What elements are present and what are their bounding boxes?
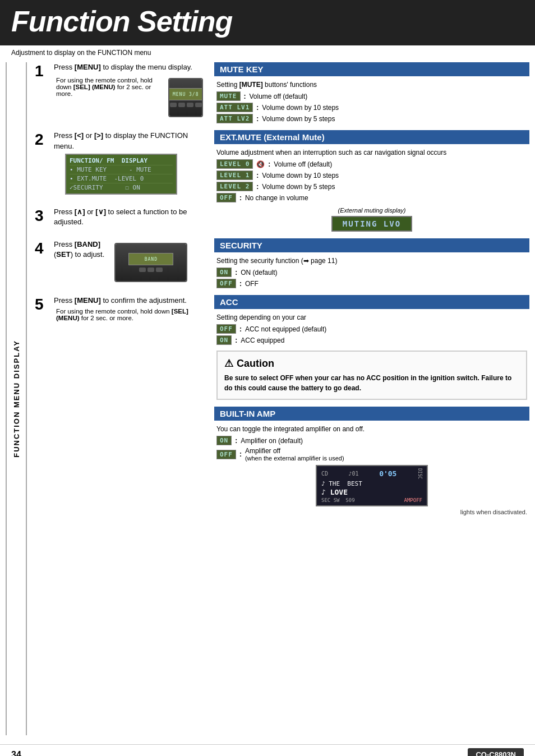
security-badge-off: OFF [216,279,236,288]
cd-row4: SEC SW S09 AMPOFF [321,497,422,503]
sidebar-label: FUNCTION Menu Display [6,62,27,735]
lcd-row-1: • MUTE KEY - MUTE [70,165,173,174]
ext-mute-display-label: (External muting display) [216,207,527,214]
lcd-row-header: FUNCTION/ FM DISPLAY [70,156,173,165]
main-layout: FUNCTION Menu Display 1 Press [MENU] to … [0,62,535,735]
mute-badge-mute: MUTE [216,91,241,101]
mute-desc-att-lv1: Volume down by 10 steps [262,104,339,112]
step-3: 3 Press [∧] or [∨] to select a function … [35,207,203,229]
section-header-mute-key: MUTE KEY [214,62,529,76]
cd-row2: ♪ THE BEST [321,480,422,487]
step-2-text: Press [<] or [>] to display the FUNCTION… [54,131,203,151]
steps-section: 1 Press [MENU] to display the menu displ… [29,62,209,735]
acc-option-off: OFF : ACC not equipped (default) [216,324,527,334]
security-desc-off: OFF [245,280,259,288]
ext-mute-option-level2: LEVEL 2 : Volume down by 5 steps [216,182,527,191]
mute-badge-att-lv1: ATT LV1 [216,103,253,112]
ext-mute-badge-level2: LEVEL 2 [216,182,253,191]
amp-desc-off: Amplifier off [245,447,344,455]
page-title: Function Setting [11,6,524,38]
step-2-content: Press [<] or [>] to display the FUNCTION… [54,131,203,196]
ext-mute-desc-level0: Volume off (default) [274,160,332,168]
page-header: Function Setting [0,0,535,45]
mute-option-att-lv1: ATT LV1 : Volume down by 10 steps [216,103,527,112]
step-4-content: Press [BAND](SET) to adjust. BAND [54,239,203,285]
lcd-row-2: • EXT.MUTE -LEVEL 0 [70,174,173,183]
device-buttons-4 [139,268,163,272]
cd-ampoff: AMPOFF [404,497,422,503]
page-number: 34 [11,750,21,756]
device-buttons-1 [170,103,202,107]
lights-note: lights when disactivated. [216,509,527,515]
acc-badge-off: OFF [216,324,236,334]
model-badge: CQ-C8803N [468,748,524,756]
acc-badge-on: ON [216,335,232,345]
section-header-acc: ACC [214,295,529,309]
cd-row1: CD ♪01 0'05 DISC [321,468,422,479]
step-1-note: For using the remote control, hold down … [56,77,153,97]
mute-badge-att-lv2: ATT LV2 [216,114,253,123]
step-5: 5 Press [MENU] to confirm the adjustment… [35,296,203,321]
ext-mute-option-level1: LEVEL 1 : Volume down by 10 steps [216,170,527,180]
subtitle: Adjustment to display on the FUNCTION me… [11,49,535,57]
mute-desc-mute: Volume off (default) [250,93,308,100]
ext-mute-screen: MUTING LVO [331,216,412,232]
cd-row3: ♪ LOVE [321,488,422,496]
amp-desc-off-note: (when the external amplifier is used) [245,455,344,462]
section-header-builtin-amp: BUILT-IN AMP [214,407,529,421]
caution-title: ⚠ Caution [224,357,519,370]
section-body-security: Setting the security function (➡ page 11… [214,257,529,288]
step-2-number: 2 [35,132,50,147]
amp-desc-on: Amplifier on (default) [241,437,303,445]
device-screen-4: BAND [128,253,173,265]
cd-sec: SEC SW S09 [321,497,355,503]
ext-mute-option-off: OFF : No change in volume [216,193,527,202]
step-5-content: Press [MENU] to confirm the adjustment. … [54,296,203,321]
builtin-amp-intro: You can toggle the integrated amplifier … [216,425,527,433]
ext-mute-badge-level1: LEVEL 1 [216,170,253,180]
ext-mute-option-level0: LEVEL 0 🔇 : Volume off (default) [216,159,527,169]
acc-option-on: ON : ACC equipped [216,335,527,345]
mute-option-mute: MUTE : Volume off (default) [216,91,527,101]
mute-key-intro: Setting [MUTE] buttons' functions [216,81,527,89]
caution-body: Be sure to select OFF when your car has … [224,373,519,393]
security-desc-on: ON (default) [241,269,277,276]
caution-icon: ⚠ [224,357,233,370]
amp-option-on: ON : Amplifier on (default) [216,436,527,445]
step-4-device-image: BAND [114,243,187,282]
page-footer: 34 CQ-C8803N [0,744,535,756]
ext-mute-desc-level1: Volume down by 10 steps [262,172,339,179]
step-4: 4 Press [BAND](SET) to adjust. BAND [35,239,203,285]
acc-intro: Setting depending on your car [216,314,527,321]
step-3-text: Press [∧] or [∨] to select a function to… [54,207,203,227]
step-1-number: 1 [35,63,50,79]
cd-disc: DISC [417,468,422,479]
acc-desc-off: ACC not equipped (default) [245,325,326,333]
ext-mute-desc-level2: Volume down by 5 steps [262,183,335,191]
cd-track-num: ♪01 [349,471,359,477]
step-4-number: 4 [35,241,50,256]
acc-desc-on: ACC equipped [241,336,284,344]
security-option-off: OFF : OFF [216,279,527,288]
ext-mute-badge-off: OFF [216,193,236,202]
step-4-text: Press [BAND](SET) to adjust. [54,239,104,260]
cd-time: 0'05 [379,469,396,478]
caution-box: ⚠ Caution Be sure to select OFF when you… [216,351,527,400]
step-5-text: Press [MENU] to confirm the adjustment. [54,296,203,306]
step-5-number: 5 [35,297,50,312]
step-3-number: 3 [35,208,50,224]
step-1: 1 Press [MENU] to display the menu displ… [35,62,203,121]
ext-mute-display: (External muting display) MUTING LVO [216,207,527,232]
lcd-row-3: ✓SECURITY ☐ ON [70,183,173,192]
section-body-builtin-amp: You can toggle the integrated amplifier … [214,425,529,515]
section-body-mute-key: Setting [MUTE] buttons' functions MUTE :… [214,81,529,123]
caution-title-text: Caution [237,358,274,370]
amp-badge-off: OFF [216,450,236,459]
mute-desc-att-lv2: Volume down by 5 steps [262,115,335,123]
ext-mute-desc-off: No change in volume [245,194,308,202]
section-header-security: SECURITY [214,238,529,252]
step-1-content: Press [MENU] to display the menu display… [54,62,203,121]
mute-option-att-lv2: ATT LV2 : Volume down by 5 steps [216,114,527,123]
right-content: MUTE KEY Setting [MUTE] buttons' functio… [209,62,535,735]
amp-option-off: OFF : Amplifier off (when the external a… [216,447,527,462]
